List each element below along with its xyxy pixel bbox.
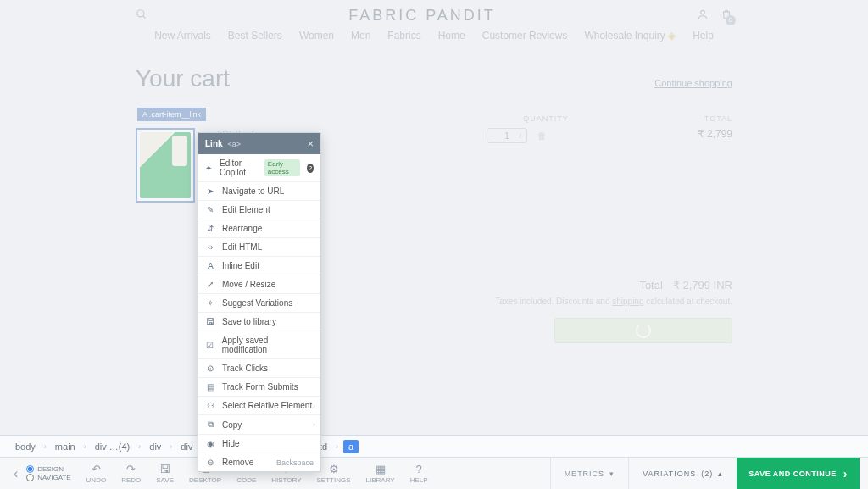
chevron-right-icon: › — [170, 442, 172, 451]
breadcrumb-item[interactable]: main — [52, 440, 79, 453]
trash-icon[interactable]: 🗑 — [537, 131, 547, 141]
variations-button[interactable]: VARIATIONS(2)▴ — [628, 458, 737, 489]
context-menu-header: Link<a> × — [198, 133, 320, 154]
menu-item-icon: ⊖ — [205, 458, 215, 467]
mode-design[interactable]: DESIGN — [26, 465, 70, 473]
breadcrumb-item[interactable]: div — [146, 440, 164, 453]
context-menu: Link<a> × ✦Editor CopilotEarly access?➤N… — [198, 132, 321, 472]
total-value: ₹ 2,799 INR — [673, 279, 732, 292]
qty-input[interactable] — [499, 129, 515, 142]
menu-item-icon: ⤢ — [205, 280, 215, 289]
menu-item-icon: A̲ — [205, 261, 215, 270]
chevron-right-icon: › — [138, 442, 141, 451]
cart-item-thumbnail[interactable]: A .cart-item__link — [136, 128, 195, 203]
menu-item-icon: 🖫 — [205, 317, 215, 326]
context-menu-item[interactable]: ⊙Track Clicks — [198, 358, 320, 377]
search-icon[interactable] — [136, 8, 147, 24]
back-icon[interactable]: ‹ — [8, 466, 23, 481]
early-access-badge: Early access — [264, 159, 300, 176]
settings-button[interactable]: ⚙SETTINGS — [317, 463, 351, 484]
breadcrumb-item[interactable]: div …(4) — [92, 440, 134, 453]
context-menu-item[interactable]: ⤢Move / Resize — [198, 275, 320, 293]
qty-plus[interactable]: + — [515, 129, 526, 142]
menu-item-icon: ‹› — [205, 242, 215, 252]
bulb-icon: ◈ — [668, 30, 676, 42]
keyboard-shortcut: Backspace — [276, 458, 314, 467]
info-icon: ? — [307, 164, 314, 173]
menu-item-icon: ⧉ — [205, 420, 215, 430]
menu-item-icon: ▤ — [205, 382, 215, 392]
breadcrumb: body›main›div …(4)›div›div›table›tbody›t… — [0, 435, 868, 458]
line-price: ₹ 2,799 — [673, 128, 732, 140]
menu-item-icon: ◉ — [205, 439, 215, 448]
chevron-right-icon: › — [313, 420, 315, 429]
context-menu-item[interactable]: ⊖RemoveBackspace — [198, 453, 320, 471]
main-nav: New Arrivals Best Sellers Women Men Fabr… — [0, 25, 868, 50]
library-button[interactable]: ▦LIBRARY — [366, 463, 395, 484]
svg-line-1 — [143, 15, 146, 18]
nav-item[interactable]: New Arrivals — [154, 30, 211, 42]
col-total: TOTAL — [704, 114, 732, 123]
menu-item-icon: ⊙ — [205, 364, 215, 373]
nav-item[interactable]: Best Sellers — [228, 30, 282, 42]
shipping-link[interactable]: shipping — [612, 297, 643, 306]
context-menu-item[interactable]: ⧉Copy› — [198, 414, 320, 434]
chevron-down-icon: ▾ — [609, 470, 615, 478]
nav-item[interactable]: Women — [299, 30, 334, 42]
help-button[interactable]: ?HELP — [410, 463, 428, 484]
total-label: Total — [639, 279, 662, 292]
cart-icon[interactable] — [721, 8, 732, 24]
svg-point-0 — [137, 9, 144, 16]
menu-item-icon: ⇵ — [205, 224, 215, 233]
redo-button[interactable]: ↷REDO — [121, 463, 141, 484]
context-menu-item[interactable]: ☑Apply saved modification — [198, 331, 320, 358]
page-title: Your cart — [136, 65, 230, 92]
nav-item[interactable]: Home — [438, 30, 465, 42]
menu-item-icon: ✎ — [205, 205, 215, 214]
chevron-right-icon: › — [84, 442, 86, 451]
undo-button[interactable]: ↶UNDO — [86, 463, 107, 484]
menu-item-icon: ☑ — [205, 341, 215, 350]
context-menu-item[interactable]: ⚇Select Relative Element› — [198, 396, 320, 414]
save-button[interactable]: 🖫SAVE — [156, 463, 174, 484]
breadcrumb-item[interactable]: div — [177, 440, 196, 453]
context-menu-item[interactable]: A̲Inline Edit — [198, 256, 320, 275]
quantity-stepper[interactable]: − + — [487, 128, 527, 143]
col-quantity: QUANTITY — [523, 114, 569, 123]
menu-item-icon: ➤ — [205, 186, 215, 196]
menu-item-icon: ⚇ — [205, 401, 215, 410]
breadcrumb-item[interactable]: body — [12, 440, 39, 453]
nav-item[interactable]: Wholesale Inquiry ◈ — [584, 30, 676, 42]
chevron-right-icon: › — [843, 467, 848, 481]
context-menu-item[interactable]: ✦Editor CopilotEarly access? — [198, 154, 320, 181]
context-menu-item[interactable]: ➤Navigate to URL — [198, 181, 320, 200]
continue-shopping-link[interactable]: Continue shopping — [654, 78, 732, 88]
site-logo[interactable]: FABRIC PANDIT — [348, 7, 496, 25]
nav-item[interactable]: Fabrics — [387, 30, 420, 42]
context-menu-item[interactable]: ✎Edit Element — [198, 200, 320, 219]
context-menu-item[interactable]: 🖫Save to library — [198, 312, 320, 331]
context-menu-item[interactable]: ◉Hide — [198, 434, 320, 453]
nav-item[interactable]: Help — [693, 30, 714, 42]
context-menu-item[interactable]: ‹›Edit HTML — [198, 237, 320, 256]
mode-navigate[interactable]: NAVIGATE — [26, 474, 70, 481]
close-icon[interactable]: × — [307, 137, 314, 150]
checkout-button[interactable] — [554, 318, 732, 343]
menu-item-icon: ✧ — [205, 298, 215, 308]
chevron-right-icon: › — [313, 402, 315, 410]
menu-item-icon: ✦ — [205, 164, 213, 173]
metrics-button[interactable]: METRICS▾ — [550, 458, 629, 489]
save-and-continue-button[interactable]: SAVE AND CONTINUE› — [737, 458, 860, 489]
context-menu-item[interactable]: ✧Suggest Variations — [198, 293, 320, 312]
context-menu-item[interactable]: ⇵Rearrange — [198, 219, 320, 237]
chevron-right-icon: › — [336, 442, 338, 451]
qty-minus[interactable]: − — [487, 129, 499, 142]
nav-item[interactable]: Men — [351, 30, 370, 42]
account-icon[interactable] — [697, 8, 709, 24]
context-menu-item[interactable]: ▤Track Form Submits — [198, 377, 320, 396]
breadcrumb-item[interactable]: a — [343, 440, 359, 453]
nav-item[interactable]: Customer Reviews — [482, 30, 568, 42]
editor-toolbar: ‹ DESIGN NAVIGATE ↶UNDO ↷REDO 🖫SAVE 🖥DES… — [0, 458, 868, 489]
svg-point-2 — [701, 10, 705, 14]
chevron-up-icon: ▴ — [718, 470, 723, 478]
